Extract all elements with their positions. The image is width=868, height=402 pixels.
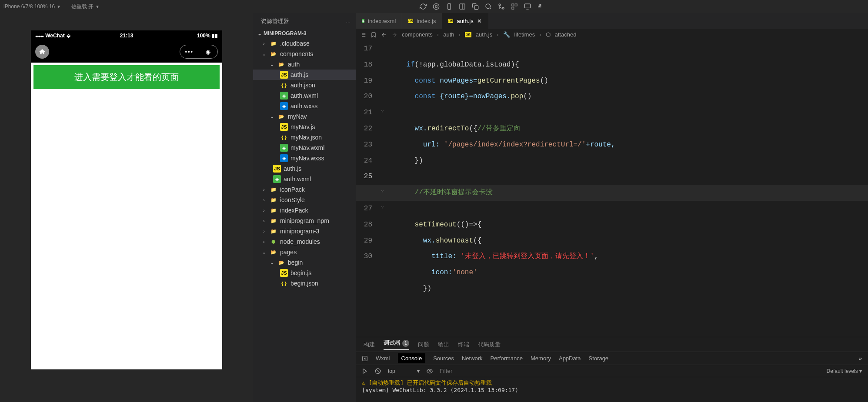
inspect-icon[interactable] [362,355,368,362]
breadcrumb-item[interactable]: components [402,31,433,38]
tree-iconpack[interactable]: ›📁iconPack [253,184,356,195]
breadcrumb-item[interactable]: lifetimes [514,31,535,38]
tree-auth-wxml2[interactable]: ◈auth.wxml [253,174,356,184]
capsule-menu[interactable]: ◉ [180,45,218,59]
docker-icon[interactable] [537,3,544,10]
fold-icon[interactable]: ⌄ [381,185,384,197]
git-icon[interactable] [498,3,505,10]
tab-quality[interactable]: 代码质量 [478,341,501,349]
tab-index-wxml[interactable]: ◈index.wxml [356,13,402,29]
close-icon[interactable]: ◉ [199,49,218,55]
breadcrumb-item[interactable]: auth.js [476,31,492,38]
play-icon[interactable] [362,368,368,374]
tree-cloudbase[interactable]: ›📁.cloudbase [253,38,356,49]
tree-indexpack[interactable]: ›📁indexPack [253,205,356,216]
device-selector[interactable]: iPhone 6/7/8 100% 16 [3,3,55,10]
subtab-sources[interactable]: Sources [433,355,454,362]
tree-begin-json[interactable]: { }begin.json [253,278,356,289]
subtab-storage[interactable]: Storage [589,355,609,362]
explorer-title: 资源管理器 [261,17,289,25]
tree-pages[interactable]: ⌄📂pages [253,247,356,257]
svg-point-6 [486,4,491,9]
svg-line-7 [490,8,491,9]
enter-login-page-button[interactable]: 进入需要登入才能看的页面 [33,65,220,89]
tree-components[interactable]: ⌄📂components [253,49,356,59]
subtab-wxml[interactable]: Wxml [376,355,390,362]
tree-auth-js2[interactable]: JSauth.js [253,163,356,174]
tree-node-modules[interactable]: ›⬢node_modules [253,236,356,247]
tree-mynav-wxml[interactable]: ◈myNav.wxml [253,143,356,153]
tree-auth-wxml[interactable]: ◈auth.wxml [253,90,356,101]
stop-icon[interactable] [433,3,440,10]
console-filter-bar: top ▾ Default levels ▾ [356,365,868,377]
fold-icon[interactable]: ⌄ [381,105,384,117]
forward-icon[interactable] [391,32,397,38]
hot-reload-toggle[interactable]: 热重载 开 [71,3,93,10]
subtab-console[interactable]: Console [398,353,426,363]
code-editor[interactable]: 17181920 21222324 252627 282930 ⌄ ⌄ ⌄ if… [356,41,868,337]
svg-rect-10 [512,4,514,6]
svg-rect-17 [540,4,541,6]
bookmark-icon[interactable] [371,32,377,38]
console-warning-line: [自动热重载] 已开启代码文件保存后自动热重载 [362,379,862,387]
menu-icon[interactable] [180,49,199,55]
method-icon: ⬡ [546,31,551,38]
console-output[interactable]: [自动热重载] 已开启代码文件保存后自动热重载 [system] WeChatL… [356,377,868,402]
more-icon[interactable]: ··· [346,18,351,25]
extensions-icon[interactable] [511,3,518,10]
tab-terminal[interactable]: 终端 [458,341,469,349]
tree-begin-js[interactable]: JSbegin.js [253,268,356,278]
tree-miniprogram3[interactable]: ›📁miniprogram-3 [253,226,356,236]
copy-icon[interactable] [472,3,479,10]
subtab-network[interactable]: Network [462,355,483,362]
tree-auth-js[interactable]: JSauth.js [253,70,356,80]
tab-debug[interactable]: 调试器1 [384,339,409,350]
tree-mynav-json[interactable]: { }myNav.json [253,132,356,143]
home-button[interactable] [35,45,49,59]
device-icon[interactable] [446,3,453,10]
console-toolbar: Wxml Console Sources Network Performance… [356,352,868,365]
tree-auth-wxss[interactable]: ◈auth.wxss [253,101,356,111]
subtab-memory[interactable]: Memory [531,355,551,362]
subtab-performance[interactable]: Performance [491,355,523,362]
tree-auth-folder[interactable]: ⌄📂auth [253,59,356,70]
tab-issues[interactable]: 问题 [418,341,429,349]
back-icon[interactable] [381,32,387,38]
tree-mynav-folder[interactable]: ⌄📂myNav [253,111,356,122]
levels-selector[interactable]: Default levels ▾ [827,368,862,374]
breadcrumb-item[interactable]: attached [555,31,577,38]
method-icon: 🔧 [503,31,510,38]
svg-line-26 [376,369,380,372]
tab-build[interactable]: 构建 [364,341,375,349]
tree-mynav-wxss[interactable]: ◈myNav.wxss [253,153,356,163]
tree-begin-folder[interactable]: ⌄📂begin [253,257,356,268]
breadcrumb-item[interactable]: auth [443,31,454,38]
fold-icon[interactable]: ⌄ [381,201,384,213]
tab-output[interactable]: 输出 [438,341,449,349]
tab-index-js[interactable]: JSindex.js [402,13,442,29]
context-selector[interactable]: top ▾ [388,368,420,374]
svg-rect-5 [474,6,478,10]
more-icon[interactable]: » [859,355,862,362]
clear-icon[interactable] [375,368,381,374]
carrier-label: WeChat [45,33,64,39]
close-icon[interactable]: ✕ [477,18,482,24]
project-root[interactable]: ⌄MINIPROGRAM-3 [253,29,356,38]
code-content[interactable]: if(!app.globalData.isLoad){ const nowPag… [381,41,868,337]
chevron-down-icon[interactable]: ▾ [57,3,60,10]
tab-auth-js[interactable]: JSauth.js✕ [442,13,488,29]
subtab-appdata[interactable]: AppData [559,355,581,362]
status-battery: 100% ▮▮ [157,33,218,39]
refresh-icon[interactable] [420,3,427,10]
filter-input[interactable] [440,368,820,374]
split-icon[interactable] [459,3,466,10]
tree-auth-json[interactable]: { }auth.json [253,80,356,90]
terminal-icon[interactable] [524,3,531,10]
breadcrumb: components› auth› JSauth.js› 🔧lifetimes›… [356,29,868,41]
tree-mynav-js[interactable]: JSmyNav.js [253,122,356,132]
tree-iconstyle[interactable]: ›📁iconStyle [253,195,356,205]
eye-icon[interactable] [427,368,433,374]
search-icon[interactable] [485,3,492,10]
tree-miniprogram-npm[interactable]: ›📁miniprogram_npm [253,216,356,226]
list-icon[interactable] [360,32,366,38]
